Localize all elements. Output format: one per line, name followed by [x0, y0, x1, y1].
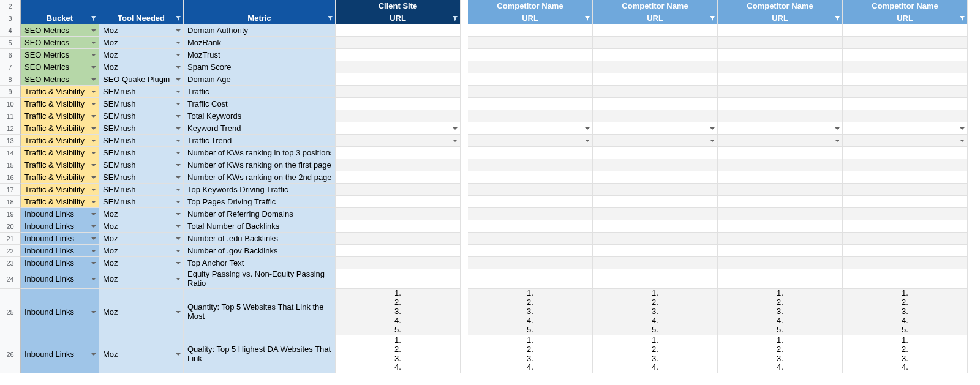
- competitor-data-cell[interactable]: [843, 135, 968, 147]
- metric-cell[interactable]: MozRank: [184, 37, 336, 49]
- competitor-data-cell[interactable]: [593, 73, 718, 86]
- competitor-data-cell[interactable]: 1. 2. 3. 4. 5.: [468, 289, 593, 335]
- competitor-data-cell[interactable]: [593, 110, 718, 122]
- metric-cell[interactable]: Number of .edu Backlinks: [184, 233, 336, 245]
- chevron-down-icon[interactable]: [175, 211, 182, 218]
- bucket-cell[interactable]: Traffic & Visibility: [21, 147, 99, 159]
- competitor-data-cell[interactable]: [718, 24, 843, 37]
- client-data-cell[interactable]: 1. 2. 3. 4. 5.: [336, 289, 461, 335]
- competitor-data-cell[interactable]: [593, 171, 718, 184]
- chevron-down-icon[interactable]: [175, 51, 182, 59]
- chevron-down-icon[interactable]: [90, 308, 97, 316]
- header-competitor-4[interactable]: Competitor Name: [843, 0, 968, 12]
- bucket-cell[interactable]: Traffic & Visibility: [21, 184, 99, 196]
- client-data-cell[interactable]: [336, 257, 461, 269]
- row-number[interactable]: 26: [0, 335, 21, 373]
- competitor-data-cell[interactable]: [593, 98, 718, 110]
- competitor-data-cell[interactable]: [593, 122, 718, 135]
- row-number[interactable]: 10: [0, 98, 21, 110]
- competitor-data-cell[interactable]: [718, 196, 843, 208]
- competitor-data-cell[interactable]: [718, 49, 843, 61]
- header-url-comp3[interactable]: URL: [718, 12, 843, 24]
- bucket-cell[interactable]: SEO Metrics: [21, 24, 99, 37]
- bucket-cell[interactable]: Traffic & Visibility: [21, 171, 99, 184]
- tool-cell[interactable]: SEO Quake Plugin: [99, 73, 184, 86]
- tool-cell[interactable]: Moz: [99, 37, 184, 49]
- tool-cell[interactable]: SEMrush: [99, 110, 184, 122]
- metric-cell[interactable]: Traffic Trend: [184, 135, 336, 147]
- metric-cell[interactable]: Quantity: Top 5 Websites That Link the M…: [184, 289, 336, 335]
- header-url-comp2[interactable]: URL: [593, 12, 718, 24]
- chevron-down-icon[interactable]: [90, 100, 97, 108]
- competitor-data-cell[interactable]: [468, 98, 593, 110]
- header-metric[interactable]: Metric: [184, 12, 336, 24]
- tool-cell[interactable]: SEMrush: [99, 135, 184, 147]
- competitor-data-cell[interactable]: [718, 110, 843, 122]
- spreadsheet-grid[interactable]: 2 Client Site Competitor Name Competitor…: [0, 0, 980, 373]
- chevron-down-icon[interactable]: [90, 76, 97, 83]
- competitor-data-cell[interactable]: [718, 233, 843, 245]
- competitor-data-cell[interactable]: [468, 220, 593, 233]
- chevron-down-icon[interactable]: [959, 125, 966, 132]
- chevron-down-icon[interactable]: [90, 174, 97, 181]
- tool-cell[interactable]: Moz: [99, 220, 184, 233]
- bucket-cell[interactable]: SEO Metrics: [21, 73, 99, 86]
- bucket-cell[interactable]: Traffic & Visibility: [21, 122, 99, 135]
- row-number[interactable]: 8: [0, 73, 21, 86]
- bucket-cell[interactable]: Inbound Links: [21, 269, 99, 289]
- chevron-down-icon[interactable]: [175, 64, 182, 71]
- header-competitor-1[interactable]: Competitor Name: [468, 0, 593, 12]
- competitor-data-cell[interactable]: [843, 37, 968, 49]
- competitor-data-cell[interactable]: [468, 171, 593, 184]
- competitor-data-cell[interactable]: [718, 208, 843, 220]
- filter-icon[interactable]: [959, 15, 966, 22]
- client-data-cell[interactable]: [336, 220, 461, 233]
- bucket-cell[interactable]: Inbound Links: [21, 220, 99, 233]
- metric-cell[interactable]: Top Anchor Text: [184, 257, 336, 269]
- client-data-cell[interactable]: [336, 98, 461, 110]
- chevron-down-icon[interactable]: [175, 186, 182, 193]
- competitor-data-cell[interactable]: 1. 2. 3. 4. 5.: [718, 289, 843, 335]
- competitor-data-cell[interactable]: [468, 233, 593, 245]
- competitor-data-cell[interactable]: [468, 135, 593, 147]
- row-number[interactable]: 23: [0, 257, 21, 269]
- competitor-data-cell[interactable]: [718, 122, 843, 135]
- metric-cell[interactable]: Number of .gov Backlinks: [184, 245, 336, 257]
- chevron-down-icon[interactable]: [90, 51, 97, 59]
- client-data-cell[interactable]: [336, 122, 461, 135]
- competitor-data-cell[interactable]: [718, 61, 843, 73]
- chevron-down-icon[interactable]: [90, 64, 97, 71]
- client-data-cell[interactable]: [336, 147, 461, 159]
- competitor-data-cell[interactable]: [718, 98, 843, 110]
- chevron-down-icon[interactable]: [175, 137, 182, 144]
- competitor-data-cell[interactable]: [593, 159, 718, 171]
- row-number[interactable]: 21: [0, 233, 21, 245]
- competitor-data-cell[interactable]: [593, 196, 718, 208]
- metric-cell[interactable]: Traffic: [184, 86, 336, 98]
- row-number[interactable]: 15: [0, 159, 21, 171]
- tool-cell[interactable]: Moz: [99, 257, 184, 269]
- tool-cell[interactable]: SEMrush: [99, 159, 184, 171]
- competitor-data-cell[interactable]: [843, 61, 968, 73]
- tool-cell[interactable]: Moz: [99, 24, 184, 37]
- competitor-data-cell[interactable]: [593, 24, 718, 37]
- bucket-cell[interactable]: SEO Metrics: [21, 49, 99, 61]
- header-competitor-2[interactable]: Competitor Name: [593, 0, 718, 12]
- competitor-data-cell[interactable]: [468, 122, 593, 135]
- chevron-down-icon[interactable]: [90, 235, 97, 242]
- client-data-cell[interactable]: [336, 245, 461, 257]
- metric-cell[interactable]: Domain Authority: [184, 24, 336, 37]
- chevron-down-icon[interactable]: [175, 174, 182, 181]
- row-number[interactable]: 11: [0, 110, 21, 122]
- competitor-data-cell[interactable]: [593, 37, 718, 49]
- header-url-comp1[interactable]: URL: [468, 12, 593, 24]
- tool-cell[interactable]: SEMrush: [99, 171, 184, 184]
- filter-icon[interactable]: [451, 15, 459, 22]
- chevron-down-icon[interactable]: [175, 247, 182, 255]
- competitor-data-cell[interactable]: [718, 147, 843, 159]
- chevron-down-icon[interactable]: [175, 125, 182, 132]
- row-number[interactable]: 17: [0, 184, 21, 196]
- tool-cell[interactable]: SEMrush: [99, 98, 184, 110]
- competitor-data-cell[interactable]: [718, 269, 843, 289]
- competitor-data-cell[interactable]: [468, 257, 593, 269]
